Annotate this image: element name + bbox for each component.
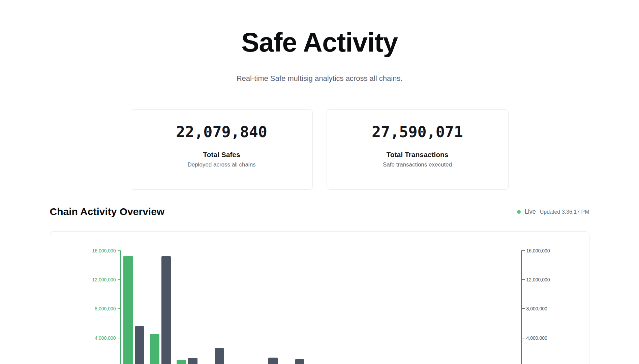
bar-slate-series-group-7[interactable] bbox=[295, 359, 304, 364]
live-label: Live bbox=[525, 208, 536, 215]
right-axis-tick bbox=[522, 308, 525, 309]
right-axis-tick-label: 12,000,000 bbox=[526, 277, 564, 282]
right-axis-tick-label: 4,000,000 bbox=[526, 335, 564, 341]
total-safes-description: Deployed across all chains bbox=[131, 162, 312, 168]
live-status: Live Updated 3:36:17 PM bbox=[517, 208, 589, 215]
chain-activity-chart-card: 16,000,00016,000,00012,000,00012,000,000… bbox=[50, 231, 589, 364]
page-container: Safe Activity Real-time Safe multisig an… bbox=[50, 0, 589, 364]
bar-slate-series-group-3[interactable] bbox=[188, 358, 197, 364]
right-axis-tick bbox=[522, 279, 525, 280]
page-subtitle: Real-time Safe multisig analytics across… bbox=[50, 74, 589, 83]
bar-slate-series-group-1[interactable] bbox=[135, 326, 144, 364]
right-y-axis-line bbox=[521, 250, 522, 364]
total-transactions-label: Total Transactions bbox=[327, 151, 508, 158]
bar-green-series-group-3[interactable] bbox=[177, 360, 186, 364]
bar-green-series-group-1[interactable] bbox=[123, 256, 133, 364]
left-axis-tick-label: 12,000,000 bbox=[79, 277, 116, 282]
stat-card-total-safes: 22,079,840 Total Safes Deployed across a… bbox=[131, 109, 313, 190]
bar-green-series-group-2[interactable] bbox=[150, 334, 159, 364]
right-axis-tick-label: 8,000,000 bbox=[526, 306, 564, 311]
total-transactions-description: Safe transactions executed bbox=[327, 162, 508, 168]
section-header-row: Chain Activity Overview Live Updated 3:3… bbox=[50, 206, 589, 218]
section-heading: Chain Activity Overview bbox=[50, 206, 165, 218]
updated-timestamp: Updated 3:36:17 PM bbox=[540, 209, 589, 215]
left-axis-tick-label: 16,000,000 bbox=[79, 248, 116, 253]
left-axis-tick bbox=[118, 308, 120, 309]
left-axis-tick-label: 4,000,000 bbox=[79, 335, 116, 341]
right-axis-tick-label: 16,000,000 bbox=[526, 248, 564, 253]
stat-card-total-transactions: 27,590,071 Total Transactions Safe trans… bbox=[327, 109, 509, 190]
left-axis-tick bbox=[118, 279, 120, 280]
left-axis-tick-label: 8,000,000 bbox=[79, 306, 116, 311]
page-title: Safe Activity bbox=[50, 29, 589, 56]
total-transactions-value: 27,590,071 bbox=[327, 124, 508, 140]
bar-slate-series-group-4[interactable] bbox=[215, 348, 224, 364]
left-y-axis-line bbox=[120, 250, 121, 364]
bar-slate-series-group-6[interactable] bbox=[268, 358, 278, 364]
right-axis-tick bbox=[522, 250, 525, 251]
left-axis-tick bbox=[118, 338, 120, 338]
stats-row: 22,079,840 Total Safes Deployed across a… bbox=[50, 109, 589, 190]
bar-slate-series-group-2[interactable] bbox=[161, 256, 171, 364]
right-axis-tick bbox=[522, 338, 525, 338]
total-safes-value: 22,079,840 bbox=[131, 124, 312, 140]
live-dot-icon bbox=[517, 210, 521, 214]
left-axis-tick bbox=[118, 250, 120, 251]
total-safes-label: Total Safes bbox=[131, 151, 312, 158]
